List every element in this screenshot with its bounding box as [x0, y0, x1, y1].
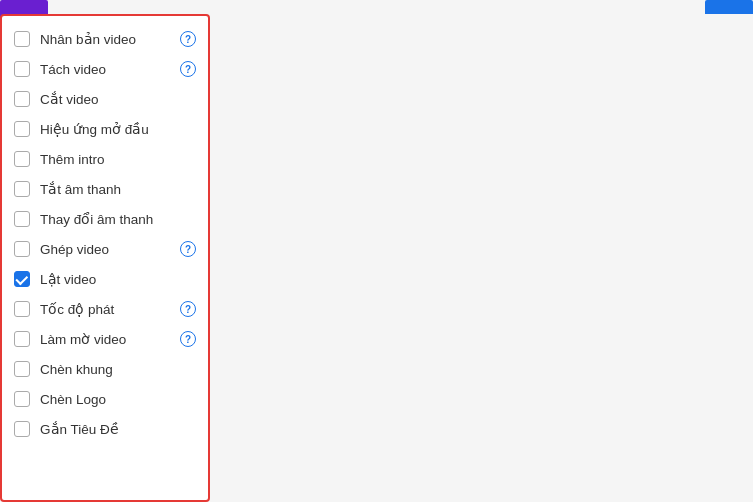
- sidebar-item-chen-khung[interactable]: Chèn khung: [2, 354, 208, 384]
- main-container: Nhân bản video?Tách video?Cắt videoHiệu …: [0, 14, 753, 502]
- label-gan-tieu-de: Gắn Tiêu Đề: [40, 421, 196, 437]
- checkbox-chen-logo[interactable]: [14, 391, 30, 407]
- label-chen-logo: Chèn Logo: [40, 392, 196, 407]
- sidebar-item-them-intro[interactable]: Thêm intro: [2, 144, 208, 174]
- sidebar-item-hieu-ung-mo-dau[interactable]: Hiệu ứng mở đầu: [2, 114, 208, 144]
- sidebar-item-gan-tieu-de[interactable]: Gắn Tiêu Đề: [2, 414, 208, 444]
- label-lam-mo-video: Làm mờ video: [40, 331, 170, 347]
- label-lat-video: Lật video: [40, 271, 196, 287]
- checkbox-them-intro[interactable]: [14, 151, 30, 167]
- sidebar: Nhân bản video?Tách video?Cắt videoHiệu …: [0, 14, 210, 502]
- checkbox-lat-video[interactable]: [14, 271, 30, 287]
- checkbox-toc-do-phat[interactable]: [14, 301, 30, 317]
- checkbox-chen-khung[interactable]: [14, 361, 30, 377]
- sidebar-item-ghep-video[interactable]: Ghép video?: [2, 234, 208, 264]
- checkbox-ghep-video[interactable]: [14, 241, 30, 257]
- checkbox-cat-video[interactable]: [14, 91, 30, 107]
- sidebar-item-toc-do-phat[interactable]: Tốc độ phát?: [2, 294, 208, 324]
- label-tach-video: Tách video: [40, 62, 170, 77]
- checkbox-lam-mo-video[interactable]: [14, 331, 30, 347]
- label-ghep-video: Ghép video: [40, 242, 170, 257]
- sidebar-item-chen-logo[interactable]: Chèn Logo: [2, 384, 208, 414]
- label-thay-doi-am-thanh: Thay đổi âm thanh: [40, 211, 196, 227]
- label-cat-video: Cắt video: [40, 91, 196, 107]
- label-chen-khung: Chèn khung: [40, 362, 196, 377]
- content-area: [210, 14, 753, 502]
- sidebar-item-tat-am-thanh[interactable]: Tắt âm thanh: [2, 174, 208, 204]
- sidebar-item-nhan-ban-video[interactable]: Nhân bản video?: [2, 24, 208, 54]
- checkbox-thay-doi-am-thanh[interactable]: [14, 211, 30, 227]
- label-toc-do-phat: Tốc độ phát: [40, 301, 170, 317]
- checkbox-nhan-ban-video[interactable]: [14, 31, 30, 47]
- sidebar-item-tach-video[interactable]: Tách video?: [2, 54, 208, 84]
- sidebar-item-lam-mo-video[interactable]: Làm mờ video?: [2, 324, 208, 354]
- checkbox-gan-tieu-de[interactable]: [14, 421, 30, 437]
- help-icon-toc-do-phat[interactable]: ?: [180, 301, 196, 317]
- checkbox-tach-video[interactable]: [14, 61, 30, 77]
- label-tat-am-thanh: Tắt âm thanh: [40, 181, 196, 197]
- label-nhan-ban-video: Nhân bản video: [40, 31, 170, 47]
- help-icon-lam-mo-video[interactable]: ?: [180, 331, 196, 347]
- help-icon-nhan-ban-video[interactable]: ?: [180, 31, 196, 47]
- label-them-intro: Thêm intro: [40, 152, 196, 167]
- sidebar-item-lat-video[interactable]: Lật video: [2, 264, 208, 294]
- sidebar-item-cat-video[interactable]: Cắt video: [2, 84, 208, 114]
- label-hieu-ung-mo-dau: Hiệu ứng mở đầu: [40, 121, 196, 137]
- top-bar: [0, 0, 753, 14]
- sidebar-item-thay-doi-am-thanh[interactable]: Thay đổi âm thanh: [2, 204, 208, 234]
- help-icon-tach-video[interactable]: ?: [180, 61, 196, 77]
- checkbox-tat-am-thanh[interactable]: [14, 181, 30, 197]
- checkbox-hieu-ung-mo-dau[interactable]: [14, 121, 30, 137]
- help-icon-ghep-video[interactable]: ?: [180, 241, 196, 257]
